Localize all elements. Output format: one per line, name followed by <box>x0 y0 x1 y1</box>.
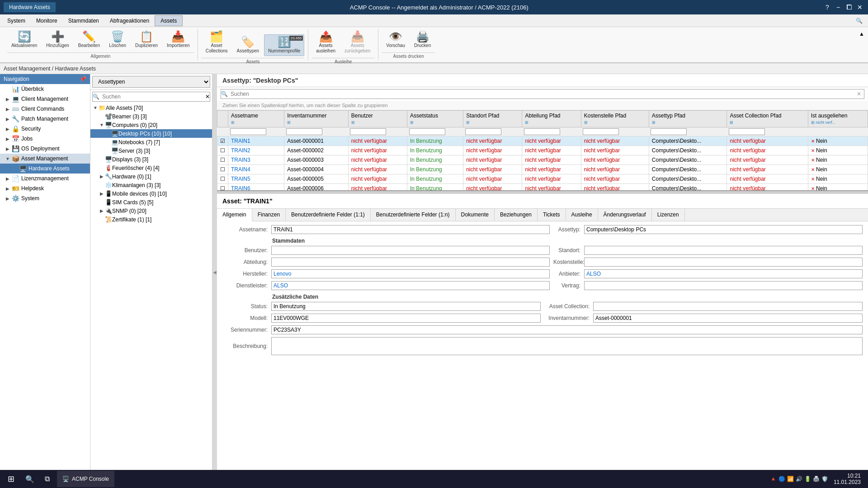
maximize-button[interactable]: ⧠ <box>844 3 854 12</box>
menu-assets[interactable]: Assets <box>155 15 183 26</box>
tree-node-klimaanlagen[interactable]: ❄️ Klimaanlagen (3) [3] <box>90 181 212 189</box>
tree-node-beamer[interactable]: 📽️ Beamer (3) [3] <box>90 112 212 121</box>
benutzer-input[interactable] <box>271 246 550 255</box>
anbieter-input[interactable] <box>584 269 863 278</box>
sidebar-item-system[interactable]: ▶ ⚙️ System <box>0 193 90 203</box>
tree-node-zertifikate[interactable]: 📜 Zertifikate (1) [1] <box>90 215 212 224</box>
table-row[interactable]: ☐ TRAIN4 Asset-0000004 nicht verfügbar I… <box>217 165 868 174</box>
sidebar-pin-icon[interactable]: 📌 <box>80 76 86 82</box>
ribbon-nummernprofile-button[interactable]: 23.456 🔢 Nummernprofile <box>264 34 304 56</box>
ribbon-aktualisieren-button[interactable]: 🔄 Aktualisieren <box>7 29 41 51</box>
vertrag-input[interactable] <box>584 281 863 290</box>
ribbon-loeschen-button[interactable]: 🗑️ Löschen <box>105 29 130 51</box>
filter-abteilung[interactable] <box>524 128 560 135</box>
table-search-input[interactable] <box>228 89 854 99</box>
row-checkbox[interactable]: ☐ <box>217 165 228 174</box>
ribbon-bearbeiten-button[interactable]: ✏️ Bearbeiten <box>74 29 104 51</box>
tab-finanzen[interactable]: Finanzen <box>252 209 286 221</box>
col-ist-ausgeliehen[interactable]: Ist ausgeliehen⊞ nicht verf... <box>808 111 868 127</box>
filter-standort[interactable] <box>465 128 501 135</box>
col-assetstatus[interactable]: Assetstatus⊞ <box>407 111 463 127</box>
menu-system[interactable]: System <box>2 16 31 26</box>
tree-node-displays[interactable]: 🖥️ Displays (3) [3] <box>90 155 212 164</box>
tree-node-alle-assets[interactable]: ▼ 📁 Alle Assets [70] <box>90 103 212 112</box>
table-row[interactable]: ☑ TRAIN1 Asset-0000001 nicht verfügbar I… <box>217 136 868 146</box>
table-row[interactable]: ☐ TRAIN2 Asset-0000002 nicht verfügbar I… <box>217 146 868 155</box>
tree-search-clear-icon[interactable]: ✕ <box>205 94 210 100</box>
standort-input[interactable] <box>584 246 863 255</box>
tree-node-server[interactable]: 🖥️ Server (3) [3] <box>90 146 212 155</box>
filter-collection[interactable] <box>729 128 765 135</box>
row-checkbox[interactable]: ☐ <box>217 184 228 191</box>
sidebar-item-lizenzmanagement[interactable]: ▶ 📄 Lizenzmanagement <box>0 174 90 183</box>
tree-node-hardware[interactable]: ▶ 🔧 Hardware (0) [1] <box>90 172 212 181</box>
tree-node-snmp[interactable]: ▶ 🔌 SNMP (0) [20] <box>90 206 212 215</box>
filter-assettyp[interactable] <box>651 128 687 135</box>
seriennummer-input[interactable] <box>271 325 863 334</box>
filter-inventarnummer[interactable] <box>286 128 322 135</box>
abteilung-input[interactable] <box>271 258 550 267</box>
splitter-vertical[interactable]: ◀ <box>212 74 217 470</box>
close-button[interactable]: ✕ <box>855 3 864 12</box>
filter-kostenstelle[interactable] <box>583 128 619 135</box>
taskbar-clock[interactable]: 10:21 11.01.2023 <box>830 473 864 485</box>
tab-lizenzen[interactable]: Lizenzen <box>652 209 685 221</box>
tab-tickets[interactable]: Tickets <box>538 209 566 221</box>
sidebar-item-patch-management[interactable]: ▶ 🔧 Patch Management <box>0 114 90 124</box>
filter-assetname[interactable] <box>230 128 266 135</box>
tab-dokumente[interactable]: Dokumente <box>456 209 495 221</box>
taskbar-app-acmp[interactable]: 🖥️ ACMP Console <box>57 471 114 487</box>
sidebar-item-ueberblick[interactable]: 📊 Überblick <box>0 84 90 94</box>
filter-benutzer[interactable] <box>350 128 386 135</box>
col-kostenstelle-pfad[interactable]: Kostenstelle Pfad⊞ <box>581 111 649 127</box>
status-input[interactable] <box>271 302 541 311</box>
dienstleister-input[interactable] <box>271 281 550 290</box>
minimize-button[interactable]: − <box>834 3 843 12</box>
ribbon-assets-ausleihen-button[interactable]: 📤 Assetsausleihen <box>312 29 340 56</box>
tree-node-sim-cards[interactable]: 📱 SIM Cards (5) [5] <box>90 198 212 206</box>
tab-beziehungen[interactable]: Beziehungen <box>495 209 538 221</box>
ribbon-assettypen-button[interactable]: 🏷️ Assettypen <box>233 34 263 56</box>
asset-collection-input[interactable] <box>593 302 863 311</box>
start-button[interactable]: ⊞ <box>0 470 22 488</box>
sidebar-item-hardware-assets[interactable]: 🖥️ Hardware Assets <box>0 164 90 174</box>
menu-search-icon[interactable]: 🔍 <box>852 17 866 25</box>
tree-node-notebooks[interactable]: 💻 Notebooks (7) [7] <box>90 138 212 146</box>
col-benutzer[interactable]: Benutzer⊞ <box>348 111 407 127</box>
kostenstelle-input[interactable] <box>584 258 863 267</box>
table-search-clear-icon[interactable]: ✕ <box>854 89 864 99</box>
tab-ausleihe[interactable]: Ausleihe <box>566 209 598 221</box>
sidebar-item-jobs[interactable]: ▶ 📅 Jobs <box>0 134 90 144</box>
tab-aenderungsverlauf[interactable]: Änderungsverlauf <box>598 209 652 221</box>
table-row[interactable]: ☐ TRAIN3 Asset-0000003 nicht verfügbar I… <box>217 155 868 165</box>
row-checkbox[interactable]: ☐ <box>217 146 228 155</box>
tree-node-computers[interactable]: ▼ 🖥️ Computers (0) [20] <box>90 121 212 129</box>
col-inventarnummer[interactable]: Inventarnummer⊞ <box>284 111 349 127</box>
filter-assetstatus[interactable] <box>409 128 445 135</box>
table-scroll[interactable]: Assetname⊞ Inventarnummer⊞ Benutzer⊞ Ass… <box>217 110 868 190</box>
ribbon-importieren-button[interactable]: 📥 Importieren <box>163 29 194 51</box>
sidebar-item-client-management[interactable]: ▶ 💻 Client Management <box>0 94 90 104</box>
tree-node-desktop-pcs[interactable]: 🖥️ Desktop PCs (10) [10] <box>90 129 212 138</box>
ribbon-duplizieren-button[interactable]: 📋 Duplizieren <box>131 29 162 51</box>
ribbon-drucken-button[interactable]: 🖨️ Drucken <box>410 29 435 51</box>
tab-allgemein[interactable]: Allgemein <box>217 209 252 221</box>
col-standort-pfad[interactable]: Standort Pfad⊞ <box>463 111 522 127</box>
sidebar-item-asset-management[interactable]: ▼ 📦 Asset Management <box>0 154 90 164</box>
menu-abfrageaktionen[interactable]: Abfrageaktionen <box>104 16 155 26</box>
sidebar-item-os-deployment[interactable]: ▶ 💾 OS Deployment <box>0 144 90 154</box>
row-checkbox[interactable]: ☐ <box>217 155 228 165</box>
ribbon-vorschau-button[interactable]: 👁️ Vorschau <box>382 29 409 51</box>
assettyp-input[interactable] <box>584 225 863 234</box>
sidebar-item-helpdesk[interactable]: ▶ 🎫 Helpdesk <box>0 183 90 193</box>
menu-monitore[interactable]: Monitore <box>31 16 63 26</box>
assettypen-select[interactable]: Assettypen <box>92 76 210 88</box>
col-asset-collection-pfad[interactable]: Asset Collection Pfad⊞ <box>727 111 808 127</box>
help-button[interactable]: ? <box>823 3 832 12</box>
menu-stammdaten[interactable]: Stammdaten <box>63 16 104 26</box>
taskbar-search-button[interactable]: 🔍 <box>22 470 38 488</box>
tab-benutzerdefinierte-1-1[interactable]: Benutzerdefinierte Felder (1:1) <box>286 209 371 221</box>
sidebar-item-security[interactable]: ▶ 🔒 Security <box>0 124 90 134</box>
inventarnummer-detail-input[interactable] <box>593 314 863 323</box>
assetname-input[interactable] <box>271 225 550 234</box>
